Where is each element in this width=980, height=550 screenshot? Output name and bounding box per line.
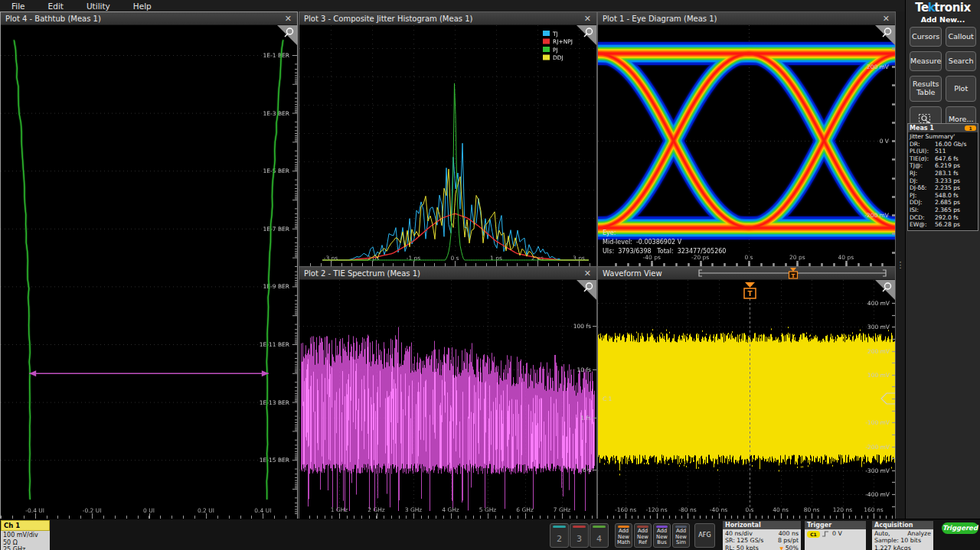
add-new-ref-button[interactable]: AddNewRef bbox=[634, 523, 652, 548]
histogram-zoom-corner-icon[interactable] bbox=[577, 25, 596, 45]
plot1-close-icon[interactable]: ✕ bbox=[877, 14, 895, 24]
add-new-sim-button[interactable]: AddNewSim bbox=[672, 523, 690, 548]
channel1-settings: 100 mV/div50 Ω25 GHz bbox=[1, 531, 50, 550]
svg-text:T: T bbox=[792, 273, 795, 279]
waveform-zoom-corner-icon[interactable] bbox=[875, 280, 895, 300]
acquisition-row: Sample: 10 bits bbox=[874, 537, 931, 544]
meas-value: 647.6 fs bbox=[935, 155, 959, 163]
add-new-bus-button[interactable]: AddNewBus bbox=[653, 523, 671, 548]
meas1-row: DDJ:2.685 ps bbox=[910, 199, 976, 207]
meas1-row: DJ-δδ:2.235 ps bbox=[910, 184, 976, 192]
meas-label: TIE(σ): bbox=[910, 155, 935, 163]
waveform-header[interactable]: Waveform View T bbox=[598, 267, 895, 280]
horizontal-panel[interactable]: Horizontal 40 ns/div400 nsSR: 125 GS/s8 … bbox=[723, 521, 801, 550]
plot1-header[interactable]: Plot 1 - Eye Diagram (Meas 1) ✕ bbox=[598, 12, 895, 25]
eye-canvas[interactable] bbox=[598, 25, 895, 266]
sidebar-button-search[interactable]: Search bbox=[946, 51, 976, 71]
waveform-title: Waveform View bbox=[598, 269, 696, 278]
waveform-canvas[interactable] bbox=[598, 280, 895, 519]
sidebar-button-results-table[interactable]: Results Table bbox=[910, 76, 942, 102]
meas-label: PJ: bbox=[910, 192, 935, 200]
meas1-results-panel[interactable]: Meas 1 1 Jitter Summary' DR:16.00 Gb/sPL… bbox=[907, 123, 978, 231]
add-new-math-button[interactable]: AddNewMath bbox=[615, 523, 632, 548]
channel1-setting: 25 GHz bbox=[3, 546, 47, 550]
menu-item-edit[interactable]: Edit bbox=[37, 2, 75, 11]
meas-label: ISI: bbox=[910, 207, 935, 214]
plot4-close-icon[interactable]: ✕ bbox=[279, 14, 297, 24]
oscilloscope-app: FileEditUtilityHelp Plot 4 - Bathtub (Me… bbox=[0, 0, 980, 550]
meas-value: 56.28 ps bbox=[935, 221, 960, 229]
horizontal-title: Horizontal bbox=[723, 521, 801, 529]
meas1-row: DR:16.00 Gb/s bbox=[910, 141, 976, 148]
meas1-row: PL(UI):511 bbox=[910, 148, 976, 155]
tektronix-logo: Tektronix bbox=[906, 1, 980, 15]
channel2-button[interactable]: 2 bbox=[550, 523, 569, 548]
histogram-canvas[interactable] bbox=[299, 25, 596, 266]
trigger-panel[interactable]: Trigger C1 0 V bbox=[805, 521, 866, 550]
plot3-close-icon[interactable]: ✕ bbox=[579, 14, 596, 24]
meas-label: TJ@: bbox=[910, 162, 935, 170]
channel1-badge[interactable]: Ch 1 100 mV/div50 Ω25 GHz bbox=[1, 520, 50, 550]
sidebar-button-plot[interactable]: Plot bbox=[946, 76, 976, 102]
meas-label: DR: bbox=[910, 141, 935, 148]
panel-resize-handle[interactable]: ⋮ bbox=[896, 11, 905, 519]
channel1-setting: 100 mV/div bbox=[3, 532, 47, 539]
triggered-status-badge: Triggered bbox=[942, 522, 978, 534]
meas1-row: PJ:548.0 fs bbox=[910, 192, 976, 200]
meas1-subtitle: Jitter Summary' bbox=[910, 133, 976, 141]
acquisition-panel[interactable]: Acquisition Auto,Analyze Sample: 10 bits… bbox=[872, 521, 933, 550]
trigger-title: Trigger bbox=[805, 521, 866, 529]
plot3-header[interactable]: Plot 3 - Composite Jitter Histogram (Mea… bbox=[299, 12, 596, 25]
delay-marker-icon: ▼ bbox=[780, 545, 784, 550]
channel1-setting: 50 Ω bbox=[3, 539, 47, 547]
menu-item-help[interactable]: Help bbox=[122, 2, 163, 11]
trigger-level: 0 V bbox=[832, 530, 842, 537]
meas-value: 511 bbox=[935, 148, 946, 155]
tie-zoom-corner-icon[interactable] bbox=[577, 280, 596, 300]
trigger-source-badge: C1 bbox=[807, 531, 820, 538]
meas1-body: Jitter Summary' DR:16.00 Gb/sPL(UI):511T… bbox=[908, 132, 978, 230]
meas-label: EW@: bbox=[910, 221, 935, 229]
meas-label: DJ-δδ: bbox=[910, 184, 935, 192]
meas1-row: RJ:283.1 fs bbox=[910, 170, 976, 177]
afg-button[interactable]: AFG bbox=[694, 523, 715, 548]
menu-bar: FileEditUtilityHelp bbox=[0, 0, 905, 11]
channel3-button[interactable]: 3 bbox=[570, 523, 589, 548]
meas-label: DCD: bbox=[910, 214, 935, 222]
meas-value: 2.235 ps bbox=[935, 184, 960, 192]
menu-item-utility[interactable]: Utility bbox=[75, 2, 122, 11]
rising-edge-icon bbox=[822, 530, 830, 538]
meas1-row: ISI:2.365 ps bbox=[910, 207, 976, 214]
bathtub-zoom-corner-icon[interactable] bbox=[277, 25, 297, 45]
plot2-title: Plot 2 - TIE Spectrum (Meas 1) bbox=[299, 269, 579, 278]
meas1-badge: 1 bbox=[965, 125, 976, 131]
sidebar-button-measure[interactable]: Measure bbox=[910, 51, 942, 71]
tie-canvas[interactable] bbox=[299, 280, 596, 519]
meas-value: 292.0 fs bbox=[935, 214, 959, 222]
sidebar-button-cursors[interactable]: Cursors bbox=[910, 27, 942, 47]
meas-value: 2.365 ps bbox=[935, 207, 960, 214]
plot2-close-icon[interactable]: ✕ bbox=[579, 268, 596, 278]
trigger-settings: C1 0 V bbox=[805, 529, 866, 550]
horizontal-row: 40 ns/div400 ns bbox=[725, 530, 799, 537]
bathtub-canvas[interactable] bbox=[1, 25, 297, 519]
plot2-header[interactable]: Plot 2 - TIE Spectrum (Meas 1) ✕ bbox=[299, 267, 596, 280]
channel-color-stripe bbox=[573, 526, 586, 528]
plot-eye-window: Plot 1 - Eye Diagram (Meas 1) ✕ bbox=[597, 11, 896, 266]
meas1-row: EW@:56.28 ps bbox=[910, 221, 976, 229]
channel-color-stripe bbox=[593, 526, 606, 528]
plot4-header[interactable]: Plot 4 - Bathtub (Meas 1) ✕ bbox=[1, 12, 297, 25]
sidebar-button-callout[interactable]: Callout bbox=[946, 27, 976, 47]
meas-value: 3.233 ps bbox=[935, 177, 960, 185]
waveform-navigator[interactable]: T bbox=[696, 267, 895, 279]
plot1-title: Plot 1 - Eye Diagram (Meas 1) bbox=[598, 15, 877, 23]
meas1-header[interactable]: Meas 1 1 bbox=[908, 124, 978, 132]
channel4-button[interactable]: 4 bbox=[590, 523, 609, 548]
meas-value: 2.685 ps bbox=[935, 199, 960, 207]
bottom-bar: Ch 1 100 mV/div50 Ω25 GHz 234 AddNewMath… bbox=[0, 519, 980, 550]
meas-value: 283.1 fs bbox=[935, 170, 959, 177]
plot4-title: Plot 4 - Bathtub (Meas 1) bbox=[1, 15, 279, 23]
right-sidebar: Tektronix Add New... CursorsCalloutMeasu… bbox=[905, 0, 980, 519]
menu-item-file[interactable]: File bbox=[0, 2, 37, 11]
eye-zoom-corner-icon[interactable] bbox=[875, 25, 895, 45]
